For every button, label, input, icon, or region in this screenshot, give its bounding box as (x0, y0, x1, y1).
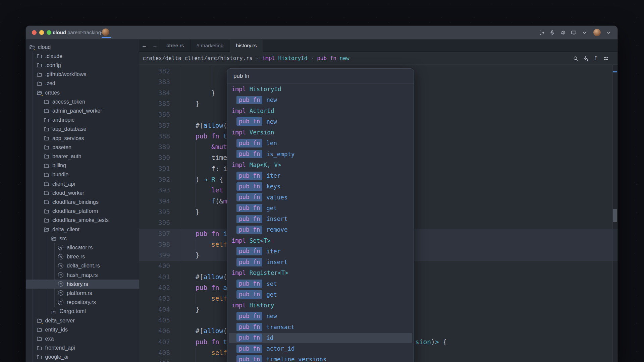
tab-history-rs[interactable]: history.rs (230, 40, 263, 52)
rust-icon: R (58, 263, 64, 269)
sidebar-item-cloudflare-bindings[interactable]: cloudflare_bindings (26, 197, 139, 206)
sidebar-item-app-services[interactable]: app_services (26, 134, 139, 143)
sidebar-item-src[interactable]: src (26, 234, 139, 243)
project-name[interactable]: cloud (53, 26, 66, 39)
code-token: allow (203, 122, 223, 129)
outline-item-impl-register-t-[interactable]: implRegister<T> (227, 267, 414, 278)
text-cursor-icon[interactable]: I (593, 56, 599, 61)
sidebar-item-client-api[interactable]: client_api (26, 179, 139, 188)
outline-item-impl-historyid[interactable]: implHistoryId (227, 84, 414, 95)
line-number: 397 (139, 229, 170, 239)
sidebar-item-baseten[interactable]: baseten (26, 143, 139, 152)
screenshare-icon[interactable] (571, 29, 577, 36)
line-number: 398 (139, 239, 170, 250)
sidebar-item-admin-panel-worker[interactable]: admin_panel_worker (26, 106, 139, 115)
mic-icon[interactable] (549, 29, 555, 36)
sidebar-item-entity-ids[interactable]: entity_ids (26, 325, 139, 334)
outline-item-fn-new[interactable]: pub fnnew (227, 116, 414, 127)
outline-item-impl-actorid[interactable]: implActorId (227, 106, 414, 116)
outline-item-impl-set-t-[interactable]: implSet<T> (227, 235, 414, 246)
sidebar-item-delta-server[interactable]: delta_server (26, 316, 139, 325)
sidebar-item--zed[interactable]: .zed (26, 79, 139, 88)
speaker-icon[interactable] (560, 29, 566, 36)
sidebar-item-cloudflare-smoke-tests[interactable]: cloudflare_smoke_tests (26, 216, 139, 225)
sidebar-item-crates[interactable]: crates (26, 88, 139, 97)
outline-item-fn-new[interactable]: pub fnnew (227, 311, 414, 321)
outline-item-fn-transact[interactable]: pub fntransact (227, 322, 414, 333)
outline-item-fn-set[interactable]: pub fnset (227, 279, 414, 289)
outline-item-impl-version[interactable]: implVersion (227, 127, 414, 138)
sidebar-item-allocator-rs[interactable]: Rallocator.rs (26, 243, 139, 252)
user-avatar[interactable] (593, 29, 601, 36)
sidebar-item-billing[interactable]: billing (26, 161, 139, 170)
outline-item-impl-map-k-v-[interactable]: implMap<K, V> (227, 160, 414, 170)
filter-icon[interactable] (603, 56, 609, 61)
code-line: &mut (196, 142, 227, 153)
code-token: ) (196, 176, 203, 183)
search-icon[interactable] (573, 56, 579, 61)
sidebar-item-cloudflare-platform[interactable]: cloudflare_platform (26, 207, 139, 216)
sidebar-item-access-token[interactable]: access_token (26, 97, 139, 106)
sidebar-item-anthropic[interactable]: anthropic (26, 116, 139, 125)
leave-call-icon[interactable] (538, 29, 544, 36)
minimize-window-button[interactable] (39, 30, 44, 35)
outline-item-fn-len[interactable]: pub fnlen (227, 138, 414, 148)
tab-btree-rs[interactable]: btree.rs (160, 40, 190, 52)
breadcrumb-segment: pub fn (317, 55, 336, 61)
sidebar-item-app-database[interactable]: app_database (26, 125, 139, 134)
outline-item-fn-new[interactable]: pub fnnew (227, 95, 414, 105)
sidebar-item-platform-rs[interactable]: Rplatform.rs (26, 289, 139, 298)
outline-item-impl-history[interactable]: implHistory (227, 300, 414, 311)
sidebar-item-google-ai[interactable]: google_ai (26, 353, 139, 362)
outline-item-fn-iter[interactable]: pub fniter (227, 246, 414, 257)
sidebar-item-history-rs[interactable]: Rhistory.rs (26, 280, 139, 289)
sidebar-item-bearer-auth[interactable]: bearer_auth (26, 152, 139, 161)
sidebar-item-cloud[interactable]: cloud (26, 43, 139, 52)
sidebar-item-delta-client-rs[interactable]: Rdelta_client.rs (26, 261, 139, 270)
outline-item-fn-values[interactable]: pub fnvalues (227, 192, 414, 203)
collaborator-avatar[interactable] (102, 28, 109, 36)
sidebar-item-bundle[interactable]: bundle (26, 170, 139, 179)
outline-item-fn-is-empty[interactable]: pub fnis_empty (227, 149, 414, 160)
ai-sparkle-icon[interactable] (583, 56, 589, 61)
user-menu-chevron-icon[interactable] (605, 29, 611, 36)
sidebar-item-cloud-worker[interactable]: cloud_worker (26, 188, 139, 197)
code-token: a (223, 284, 227, 292)
chevron-down-icon[interactable] (581, 29, 587, 36)
outline-item-fn-insert[interactable]: pub fninsert (227, 257, 414, 267)
outline-item-fn-get[interactable]: pub fnget (227, 289, 414, 300)
nav-back-button[interactable]: ← (142, 43, 147, 49)
sidebar-item-cargo-toml[interactable]: [т]Cargo.toml (26, 307, 139, 316)
tab--marketing[interactable]: # marketing (190, 40, 230, 52)
line-number: 383 (139, 77, 170, 87)
nav-forward-button[interactable]: → (152, 43, 158, 49)
git-branch-name[interactable]: parent-tracking-2 (67, 26, 105, 39)
sidebar-item-exa[interactable]: exa (26, 334, 139, 343)
sidebar-item-repository-rs[interactable]: Rrepository.rs (26, 298, 139, 307)
sidebar-item--config[interactable]: .config (26, 61, 139, 70)
outline-item-fn-timeline-versions[interactable]: pub fntimeline_versions (227, 354, 414, 362)
sidebar-item--github-workflows[interactable]: .github/workflows (26, 70, 139, 79)
sidebar-item-btree-rs[interactable]: Rbtree.rs (26, 252, 139, 261)
sidebar-item--claude[interactable]: .claude (26, 52, 139, 61)
editor-scrollbar[interactable] (612, 65, 618, 362)
code-token (196, 349, 211, 357)
outline-item-fn-id[interactable]: pub fnid (227, 333, 414, 343)
folder-icon (44, 199, 49, 205)
zoom-window-button[interactable] (47, 30, 51, 35)
outline-item-fn-keys[interactable]: pub fnkeys (227, 181, 414, 192)
outline-item-fn-iter[interactable]: pub fniter (227, 170, 414, 181)
breadcrumb[interactable]: crates/delta_client/src/history.rs › imp… (139, 52, 618, 65)
file-tree: cloud.claude.config.github/workflows.zed… (26, 43, 139, 362)
close-window-button[interactable] (32, 30, 37, 35)
outline-item-fn-remove[interactable]: pub fnremove (227, 224, 414, 235)
outline-item-fn-insert[interactable]: pub fninsert (227, 214, 414, 224)
sidebar-item-delta-client[interactable]: delta_client (26, 225, 139, 234)
code-editor[interactable]: pub fn implHistoryIdpub fnnewimplActorId… (139, 65, 618, 362)
outline-query-input[interactable]: pub fn (227, 69, 414, 83)
sidebar-item-frontend-api[interactable]: frontend_api (26, 344, 139, 353)
outline-item-fn-actor-id[interactable]: pub fnactor_id (227, 343, 414, 354)
outline-item-fn-get[interactable]: pub fnget (227, 203, 414, 214)
sidebar-item-hash-map-rs[interactable]: Rhash_map.rs (26, 270, 139, 280)
scrollbar-thumb[interactable] (613, 209, 617, 222)
